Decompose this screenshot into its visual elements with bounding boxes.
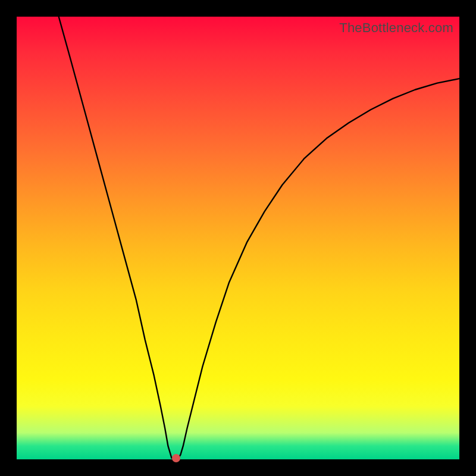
- bottleneck-curve: [17, 17, 459, 459]
- optimal-point-marker: [172, 454, 180, 462]
- chart-frame: TheBottleneck.com: [0, 0, 476, 476]
- plot-area: TheBottleneck.com: [17, 17, 459, 459]
